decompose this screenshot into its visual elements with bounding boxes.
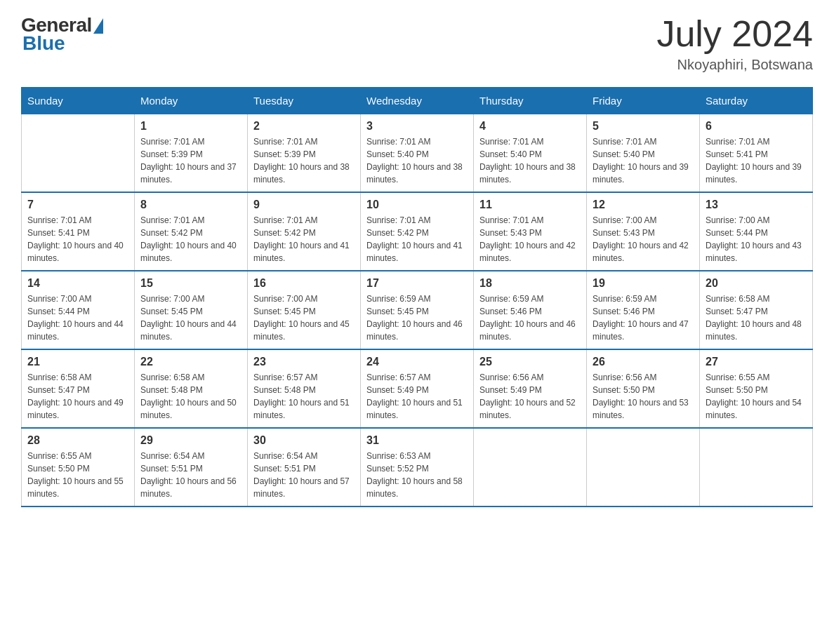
calendar-cell — [474, 428, 587, 507]
day-info: Sunrise: 7:00 AMSunset: 5:44 PMDaylight:… — [27, 293, 128, 343]
calendar-cell: 26Sunrise: 6:56 AMSunset: 5:50 PMDayligh… — [587, 349, 700, 428]
calendar-header-thursday: Thursday — [474, 88, 587, 114]
calendar-cell: 8Sunrise: 7:01 AMSunset: 5:42 PMDaylight… — [135, 192, 248, 271]
day-number: 2 — [253, 120, 355, 133]
calendar-cell: 5Sunrise: 7:01 AMSunset: 5:40 PMDaylight… — [587, 114, 700, 193]
day-number: 16 — [253, 277, 355, 290]
calendar-cell: 3Sunrise: 7:01 AMSunset: 5:40 PMDaylight… — [361, 114, 474, 193]
calendar-header-friday: Friday — [587, 88, 700, 114]
calendar-cell: 20Sunrise: 6:58 AMSunset: 5:47 PMDayligh… — [700, 271, 813, 349]
calendar-week-row: 21Sunrise: 6:58 AMSunset: 5:47 PMDayligh… — [22, 349, 813, 428]
logo: General Blue — [21, 14, 103, 55]
day-info: Sunrise: 6:58 AMSunset: 5:48 PMDaylight:… — [140, 371, 241, 422]
day-info: Sunrise: 7:01 AMSunset: 5:39 PMDaylight:… — [140, 135, 241, 186]
location: Nkoyaphiri, Botswana — [656, 57, 813, 73]
calendar: SundayMondayTuesdayWednesdayThursdayFrid… — [21, 87, 813, 507]
calendar-cell: 7Sunrise: 7:01 AMSunset: 5:41 PMDaylight… — [22, 192, 135, 271]
day-number: 4 — [479, 120, 581, 133]
calendar-week-row: 14Sunrise: 7:00 AMSunset: 5:44 PMDayligh… — [22, 271, 813, 349]
calendar-cell — [700, 428, 813, 507]
day-info: Sunrise: 7:01 AMSunset: 5:40 PMDaylight:… — [479, 135, 581, 186]
calendar-header-wednesday: Wednesday — [361, 88, 474, 114]
calendar-week-row: 7Sunrise: 7:01 AMSunset: 5:41 PMDaylight… — [22, 192, 813, 271]
calendar-cell: 31Sunrise: 6:53 AMSunset: 5:52 PMDayligh… — [361, 428, 474, 507]
day-number: 7 — [27, 199, 128, 211]
day-number: 27 — [706, 356, 807, 368]
calendar-cell: 30Sunrise: 6:54 AMSunset: 5:51 PMDayligh… — [248, 428, 361, 507]
day-info: Sunrise: 6:59 AMSunset: 5:45 PMDaylight:… — [366, 293, 468, 343]
day-info: Sunrise: 7:01 AMSunset: 5:39 PMDaylight:… — [253, 135, 355, 186]
day-info: Sunrise: 6:55 AMSunset: 5:50 PMDaylight:… — [706, 371, 807, 422]
calendar-header-monday: Monday — [135, 88, 248, 114]
logo-triangle-icon — [93, 18, 103, 34]
day-info: Sunrise: 7:00 AMSunset: 5:45 PMDaylight:… — [253, 293, 355, 343]
day-info: Sunrise: 6:56 AMSunset: 5:49 PMDaylight:… — [479, 371, 581, 422]
calendar-header-row: SundayMondayTuesdayWednesdayThursdayFrid… — [22, 88, 813, 114]
day-info: Sunrise: 6:54 AMSunset: 5:51 PMDaylight:… — [253, 450, 355, 500]
day-info: Sunrise: 7:00 AMSunset: 5:44 PMDaylight:… — [706, 214, 807, 264]
calendar-cell: 9Sunrise: 7:01 AMSunset: 5:42 PMDaylight… — [248, 192, 361, 271]
day-info: Sunrise: 6:59 AMSunset: 5:46 PMDaylight:… — [593, 293, 694, 343]
calendar-cell: 2Sunrise: 7:01 AMSunset: 5:39 PMDaylight… — [248, 114, 361, 193]
calendar-cell: 17Sunrise: 6:59 AMSunset: 5:45 PMDayligh… — [361, 271, 474, 349]
calendar-cell: 10Sunrise: 7:01 AMSunset: 5:42 PMDayligh… — [361, 192, 474, 271]
calendar-header-sunday: Sunday — [22, 88, 135, 114]
day-number: 24 — [366, 356, 468, 368]
day-info: Sunrise: 7:00 AMSunset: 5:43 PMDaylight:… — [593, 214, 694, 264]
day-number: 14 — [27, 277, 128, 290]
day-number: 22 — [140, 356, 241, 368]
day-info: Sunrise: 6:55 AMSunset: 5:50 PMDaylight:… — [27, 450, 128, 500]
day-number: 18 — [479, 277, 581, 290]
day-info: Sunrise: 6:59 AMSunset: 5:46 PMDaylight:… — [479, 293, 581, 343]
day-number: 1 — [140, 120, 241, 133]
day-number: 8 — [140, 199, 241, 211]
day-number: 15 — [140, 277, 241, 290]
calendar-cell: 14Sunrise: 7:00 AMSunset: 5:44 PMDayligh… — [22, 271, 135, 349]
logo-blue-text: Blue — [22, 32, 65, 55]
day-info: Sunrise: 7:01 AMSunset: 5:40 PMDaylight:… — [593, 135, 694, 186]
calendar-week-row: 1Sunrise: 7:01 AMSunset: 5:39 PMDaylight… — [22, 114, 813, 193]
day-number: 19 — [593, 277, 694, 290]
day-info: Sunrise: 7:01 AMSunset: 5:42 PMDaylight:… — [366, 214, 468, 264]
day-number: 6 — [706, 120, 807, 133]
day-number: 21 — [27, 356, 128, 368]
day-info: Sunrise: 7:01 AMSunset: 5:41 PMDaylight:… — [706, 135, 807, 186]
day-info: Sunrise: 6:57 AMSunset: 5:48 PMDaylight:… — [253, 371, 355, 422]
calendar-cell: 11Sunrise: 7:01 AMSunset: 5:43 PMDayligh… — [474, 192, 587, 271]
day-number: 13 — [706, 199, 807, 211]
day-info: Sunrise: 6:56 AMSunset: 5:50 PMDaylight:… — [593, 371, 694, 422]
calendar-week-row: 28Sunrise: 6:55 AMSunset: 5:50 PMDayligh… — [22, 428, 813, 507]
calendar-cell: 28Sunrise: 6:55 AMSunset: 5:50 PMDayligh… — [22, 428, 135, 507]
day-number: 30 — [253, 434, 355, 447]
day-info: Sunrise: 7:01 AMSunset: 5:40 PMDaylight:… — [366, 135, 468, 186]
day-number: 12 — [593, 199, 694, 211]
day-number: 26 — [593, 356, 694, 368]
day-info: Sunrise: 7:01 AMSunset: 5:43 PMDaylight:… — [479, 214, 581, 264]
calendar-cell: 12Sunrise: 7:00 AMSunset: 5:43 PMDayligh… — [587, 192, 700, 271]
calendar-cell: 24Sunrise: 6:57 AMSunset: 5:49 PMDayligh… — [361, 349, 474, 428]
month-title: July 2024 — [656, 14, 813, 54]
calendar-cell: 23Sunrise: 6:57 AMSunset: 5:48 PMDayligh… — [248, 349, 361, 428]
calendar-cell: 6Sunrise: 7:01 AMSunset: 5:41 PMDaylight… — [700, 114, 813, 193]
day-number: 9 — [253, 199, 355, 211]
calendar-cell: 25Sunrise: 6:56 AMSunset: 5:49 PMDayligh… — [474, 349, 587, 428]
page-header: General Blue July 2024 Nkoyaphiri, Botsw… — [21, 14, 813, 73]
day-number: 23 — [253, 356, 355, 368]
calendar-cell: 21Sunrise: 6:58 AMSunset: 5:47 PMDayligh… — [22, 349, 135, 428]
calendar-cell: 16Sunrise: 7:00 AMSunset: 5:45 PMDayligh… — [248, 271, 361, 349]
calendar-cell: 27Sunrise: 6:55 AMSunset: 5:50 PMDayligh… — [700, 349, 813, 428]
title-section: July 2024 Nkoyaphiri, Botswana — [656, 14, 813, 73]
calendar-cell: 4Sunrise: 7:01 AMSunset: 5:40 PMDaylight… — [474, 114, 587, 193]
calendar-cell: 22Sunrise: 6:58 AMSunset: 5:48 PMDayligh… — [135, 349, 248, 428]
calendar-cell: 19Sunrise: 6:59 AMSunset: 5:46 PMDayligh… — [587, 271, 700, 349]
calendar-cell: 1Sunrise: 7:01 AMSunset: 5:39 PMDaylight… — [135, 114, 248, 193]
day-number: 10 — [366, 199, 468, 211]
day-number: 31 — [366, 434, 468, 447]
calendar-cell: 29Sunrise: 6:54 AMSunset: 5:51 PMDayligh… — [135, 428, 248, 507]
calendar-cell: 15Sunrise: 7:00 AMSunset: 5:45 PMDayligh… — [135, 271, 248, 349]
day-info: Sunrise: 6:58 AMSunset: 5:47 PMDaylight:… — [27, 371, 128, 422]
day-number: 11 — [479, 199, 581, 211]
calendar-cell: 13Sunrise: 7:00 AMSunset: 5:44 PMDayligh… — [700, 192, 813, 271]
calendar-cell: 18Sunrise: 6:59 AMSunset: 5:46 PMDayligh… — [474, 271, 587, 349]
day-number: 29 — [140, 434, 241, 447]
